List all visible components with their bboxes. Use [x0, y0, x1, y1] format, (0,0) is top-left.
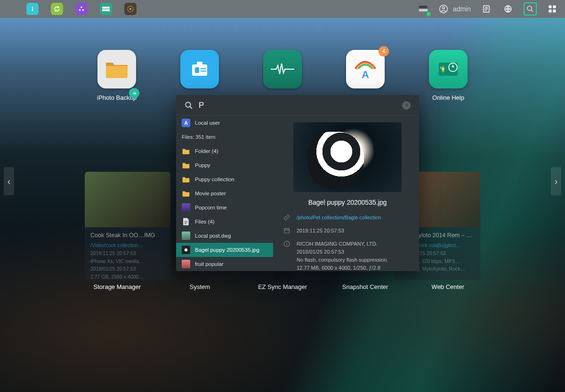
close-icon[interactable]: ✕	[402, 101, 411, 110]
tb-sync-icon[interactable]	[51, 3, 63, 15]
svg-rect-36	[286, 244, 287, 246]
folder-icon	[182, 161, 190, 169]
svg-point-15	[527, 6, 532, 10]
preview-taken: 2018/01/25 20:57:53	[297, 248, 388, 256]
svg-point-3	[79, 9, 81, 11]
tb-search-button[interactable]	[524, 2, 537, 16]
app-access-control[interactable]	[171, 50, 228, 101]
svg-rect-22	[195, 67, 199, 73]
user-icon	[439, 4, 448, 14]
folder-item[interactable]: Popcorn time	[176, 200, 273, 215]
tb-globe-icon[interactable]	[502, 3, 514, 15]
svg-point-28	[442, 68, 444, 71]
rainbow-a-icon: A	[354, 58, 377, 80]
search-input[interactable]	[199, 101, 402, 110]
folder-icon	[182, 189, 190, 198]
preview-path[interactable]: /photo/Pet collection/Bagle collection	[297, 214, 381, 223]
calendar-icon	[283, 227, 291, 236]
search-panel: ✕ A Local user Files: 351 item Folder (4…	[176, 95, 419, 271]
svg-rect-10	[419, 9, 428, 11]
dock-label[interactable]: System	[168, 283, 233, 290]
arrow-badge-icon	[129, 88, 139, 98]
recent-card[interactable]: Cook Steak In OO…IMG /Video/cook collect…	[85, 172, 170, 280]
svg-rect-17	[553, 6, 556, 8]
svg-rect-19	[553, 10, 556, 13]
preview-size: 12.77 MB, 6000 x 4000, 1/250, ƒ/2.8	[297, 264, 388, 271]
svg-rect-24	[201, 71, 206, 72]
files-count-header: Files: 351 item	[176, 130, 273, 144]
compass-book-icon	[437, 60, 460, 79]
folder-group[interactable]: Folder (4)	[176, 144, 273, 158]
svg-rect-16	[549, 6, 552, 8]
dock-label[interactable]: EZ Sync Manager	[250, 283, 315, 290]
svg-point-0	[32, 7, 33, 8]
file-icon	[182, 217, 190, 226]
file-item[interactable]: fruit popular	[176, 257, 273, 271]
tb-settings-icon[interactable]	[124, 3, 137, 15]
preview-image	[293, 122, 402, 192]
desktop-apps: iPhoto Backup A 4 Online Help	[0, 50, 565, 101]
dock-label[interactable]: Snapshot Center	[333, 283, 398, 290]
id-card-icon	[189, 59, 210, 80]
svg-text:A: A	[362, 69, 369, 80]
svg-rect-21	[197, 62, 202, 66]
app-app-central[interactable]: A 4	[337, 50, 394, 101]
file-item[interactable]: Local post.dwg	[176, 229, 273, 243]
preview-date: 2019:11:25 20:57:53	[297, 227, 344, 236]
app-label: Online Help	[420, 94, 476, 101]
app-iphoto-backup[interactable]: iPhoto Backup	[89, 50, 145, 101]
heartbeat-icon	[271, 62, 294, 76]
image-thumb-icon	[182, 246, 190, 254]
user-name: admin	[453, 5, 471, 13]
image-thumb-icon	[182, 260, 190, 268]
notification-badge: 4	[379, 46, 389, 56]
link-icon	[283, 214, 291, 223]
svg-rect-9	[419, 6, 428, 8]
svg-rect-23	[201, 68, 206, 69]
app-a-icon: A	[182, 119, 190, 127]
svg-point-35	[286, 242, 287, 243]
folder-item[interactable]: Movie poster	[176, 186, 273, 200]
tb-share-icon[interactable]	[75, 3, 88, 15]
dock-labels: Storage Manager System EZ Sync Manager S…	[0, 283, 565, 290]
image-thumb-icon	[182, 232, 190, 240]
file-item-selected[interactable]: Bagel puppy 20200535.jpg	[176, 243, 273, 257]
folder-icon	[182, 175, 190, 184]
tb-info-icon[interactable]	[26, 3, 39, 15]
app-online-help[interactable]: Online Help	[420, 50, 476, 101]
folder-item[interactable]: Puppy	[176, 158, 273, 172]
svg-point-4	[82, 9, 84, 11]
result-local-user[interactable]: A Local user	[176, 116, 273, 130]
search-results-list: A Local user Files: 351 item Folder (4) …	[176, 116, 273, 271]
svg-point-12	[442, 7, 444, 9]
top-bar: ✓ admin	[0, 0, 565, 18]
search-preview-pane: Bagel puppy 20200535.jpg /photo/Pet coll…	[273, 116, 419, 271]
folder-item[interactable]: Puppy collection	[176, 172, 273, 186]
svg-rect-33	[284, 229, 290, 233]
info-icon	[283, 240, 291, 271]
user-menu[interactable]: admin	[439, 4, 471, 14]
svg-point-29	[186, 102, 191, 107]
preview-camera: RICOH IMAGING COMPANY, LTD.	[297, 240, 388, 248]
dock-label[interactable]: Web Center	[415, 283, 480, 290]
svg-rect-18	[549, 10, 552, 13]
files-group[interactable]: Files (4)	[176, 215, 273, 229]
svg-point-8	[129, 8, 131, 10]
tb-widgets-icon[interactable]	[546, 3, 558, 15]
preview-flash: No flash, compulsory flash suppression.	[297, 256, 388, 264]
tb-storage-icon[interactable]	[100, 3, 112, 15]
svg-rect-1	[32, 8, 33, 11]
app-activity-monitor[interactable]	[254, 50, 311, 101]
svg-rect-6	[102, 9, 110, 11]
dock-label[interactable]: Storage Manager	[85, 283, 150, 290]
svg-rect-31	[184, 222, 187, 223]
search-icon	[185, 101, 193, 110]
folder-icon	[182, 147, 190, 155]
svg-rect-32	[184, 224, 186, 224]
tb-notes-icon[interactable]	[480, 3, 492, 15]
svg-rect-5	[102, 7, 110, 8]
app-thumb-icon	[182, 203, 190, 212]
tb-storage-status-icon[interactable]: ✓	[417, 3, 429, 15]
folder-icon	[105, 60, 129, 79]
preview-title: Bagel puppy 20200535.jpg	[283, 199, 412, 206]
